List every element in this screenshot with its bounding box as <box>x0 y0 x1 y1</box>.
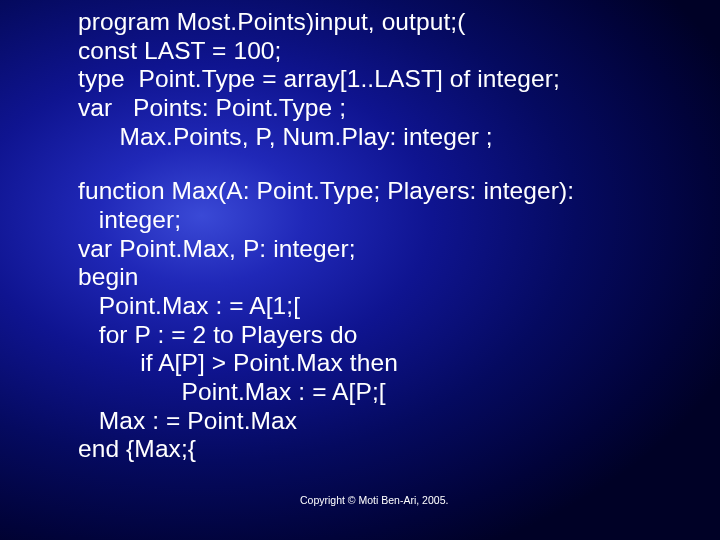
blank-line <box>78 151 690 177</box>
code-line: Max.Points, P, Num.Play: integer ; <box>78 123 690 152</box>
code-line: program Most.Points)input, output;( <box>78 8 690 37</box>
code-line: Max : = Point.Max <box>78 407 690 436</box>
copyright-text: Copyright © Moti Ben-Ari, 2005. <box>300 494 448 506</box>
code-line: begin <box>78 263 690 292</box>
code-line: function Max(A: Point.Type; Players: int… <box>78 177 690 206</box>
code-line: Point.Max : = A[P;[ <box>78 378 690 407</box>
code-line: const LAST = 100; <box>78 37 690 66</box>
code-block: program Most.Points)input, output;( cons… <box>78 8 690 464</box>
code-line: Point.Max : = A[1;[ <box>78 292 690 321</box>
slide: program Most.Points)input, output;( cons… <box>0 0 720 540</box>
code-line: type Point.Type = array[1..LAST] of inte… <box>78 65 690 94</box>
code-line: var Points: Point.Type ; <box>78 94 690 123</box>
code-line: integer; <box>78 206 690 235</box>
code-line: var Point.Max, P: integer; <box>78 235 690 264</box>
code-line: for P : = 2 to Players do <box>78 321 690 350</box>
code-line: if A[P] > Point.Max then <box>78 349 690 378</box>
code-line: end {Max;{ <box>78 435 690 464</box>
